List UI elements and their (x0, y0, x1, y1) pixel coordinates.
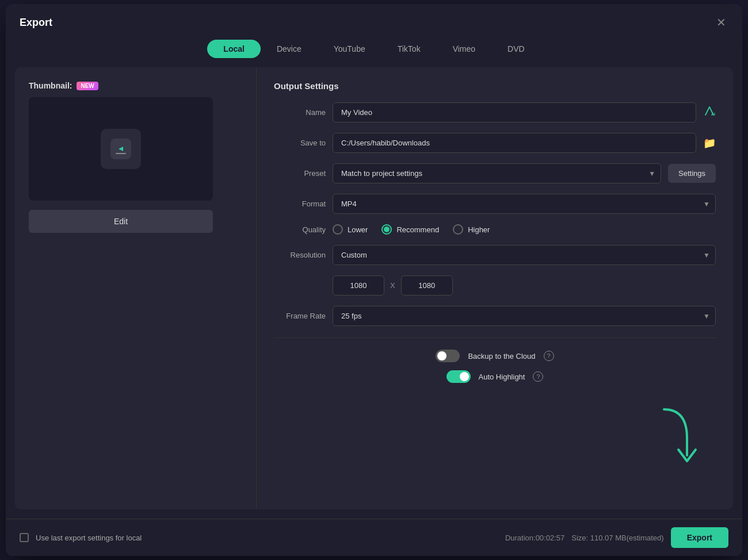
new-badge: NEW (77, 82, 98, 90)
preset-select-wrap: Match to project settings ▼ (333, 163, 661, 183)
save-to-row: Save to 📁 (274, 133, 716, 153)
ai-icon[interactable]: AI (703, 105, 716, 120)
tab-youtube[interactable]: YouTube (318, 40, 381, 58)
tab-local[interactable]: Local (207, 40, 261, 58)
backup-cloud-row: Backup to the Cloud ? (274, 350, 716, 362)
resolution-inputs-row: X (274, 275, 716, 296)
divider (274, 337, 716, 338)
arrow-hint (652, 404, 699, 475)
name-label: Name (274, 108, 326, 117)
tab-tiktok[interactable]: TikTok (381, 40, 437, 58)
folder-icon[interactable]: 📁 (703, 137, 716, 149)
format-row: Format MP4 ▼ (274, 194, 716, 214)
auto-highlight-help-icon[interactable]: ? (533, 371, 543, 382)
quality-recommend[interactable]: Recommend (381, 224, 439, 235)
auto-highlight-toggle[interactable] (446, 370, 471, 383)
quality-label: Quality (274, 225, 326, 234)
svg-text:AI: AI (711, 112, 715, 116)
quality-lower[interactable]: Lower (333, 224, 368, 235)
format-label: Format (274, 200, 326, 208)
quality-higher[interactable]: Higher (453, 224, 490, 235)
main-content: Thumbnail: NEW Edit Output Settings Name (15, 67, 733, 509)
left-panel: Thumbnail: NEW Edit (15, 67, 257, 509)
quality-options: Lower Recommend Higher (333, 224, 716, 235)
resolution-row: Resolution Custom ▼ (274, 245, 716, 265)
quality-row: Quality Lower Recommend Higher (274, 224, 716, 235)
dialog-title: Export (20, 17, 52, 29)
backup-cloud-knob (437, 351, 446, 360)
preset-row: Preset Match to project settings ▼ Setti… (274, 163, 716, 183)
frame-rate-row: Frame Rate 25 fps ▼ (274, 306, 716, 326)
size-info: Size: 110.07 MB(estimated) (571, 534, 663, 542)
thumbnail-preview (29, 97, 213, 201)
thumbnail-icon (101, 129, 141, 169)
thumbnail-label: Thumbnail: NEW (29, 81, 98, 90)
auto-highlight-row: Auto Highlight ? (274, 370, 716, 383)
auto-highlight-knob (460, 372, 469, 381)
res-x-label: X (390, 281, 395, 290)
quality-higher-label: Higher (468, 225, 490, 234)
backup-cloud-toggle[interactable] (436, 350, 460, 362)
footer: Use last export settings for local Durat… (6, 519, 742, 556)
frame-rate-select[interactable]: 25 fps (333, 306, 716, 326)
res-width-input[interactable] (333, 275, 384, 296)
backup-cloud-label: Backup to the Cloud (468, 352, 535, 360)
preset-label: Preset (274, 169, 326, 178)
preset-select[interactable]: Match to project settings (333, 163, 661, 183)
last-settings-checkbox[interactable] (20, 533, 29, 542)
thumbnail-text: Thumbnail: (29, 81, 72, 90)
title-bar: Export ✕ (6, 4, 742, 30)
frame-rate-label: Frame Rate (274, 312, 326, 320)
frame-rate-select-wrap: 25 fps ▼ (333, 306, 716, 326)
resolution-inputs: X (333, 275, 453, 296)
name-row: Name AI (274, 102, 716, 122)
quality-lower-label: Lower (348, 225, 368, 234)
edit-button[interactable]: Edit (29, 210, 213, 233)
export-dialog: Export ✕ Local Device YouTube TikTok Vim… (6, 4, 742, 556)
tab-dvd[interactable]: DVD (491, 40, 541, 58)
save-to-label: Save to (274, 139, 326, 147)
settings-button[interactable]: Settings (668, 164, 716, 183)
radio-lower (333, 224, 343, 235)
auto-highlight-label: Auto Highlight (479, 373, 525, 381)
tab-device[interactable]: Device (261, 40, 318, 58)
close-button[interactable]: ✕ (714, 14, 728, 30)
export-button[interactable]: Export (671, 527, 728, 548)
duration-info: Duration:00:02:57 (505, 534, 564, 542)
res-height-input[interactable] (401, 275, 453, 296)
right-panel: Output Settings Name AI Save to 📁 (257, 67, 733, 509)
resolution-select[interactable]: Custom (333, 245, 716, 265)
tab-vimeo[interactable]: Vimeo (437, 40, 491, 58)
output-settings-title: Output Settings (274, 81, 716, 91)
resolution-select-wrap: Custom ▼ (333, 245, 716, 265)
format-select[interactable]: MP4 (333, 194, 716, 214)
backup-cloud-help-icon[interactable]: ? (544, 351, 554, 361)
name-input[interactable] (333, 102, 696, 122)
resolution-label: Resolution (274, 251, 326, 259)
tab-bar: Local Device YouTube TikTok Vimeo DVD (6, 30, 742, 58)
format-select-wrap: MP4 ▼ (333, 194, 716, 214)
radio-higher (453, 224, 463, 235)
quality-recommend-label: Recommend (396, 225, 439, 234)
radio-recommend (381, 224, 392, 235)
save-to-input[interactable] (333, 133, 696, 153)
last-settings-label: Use last export settings for local (36, 534, 142, 542)
